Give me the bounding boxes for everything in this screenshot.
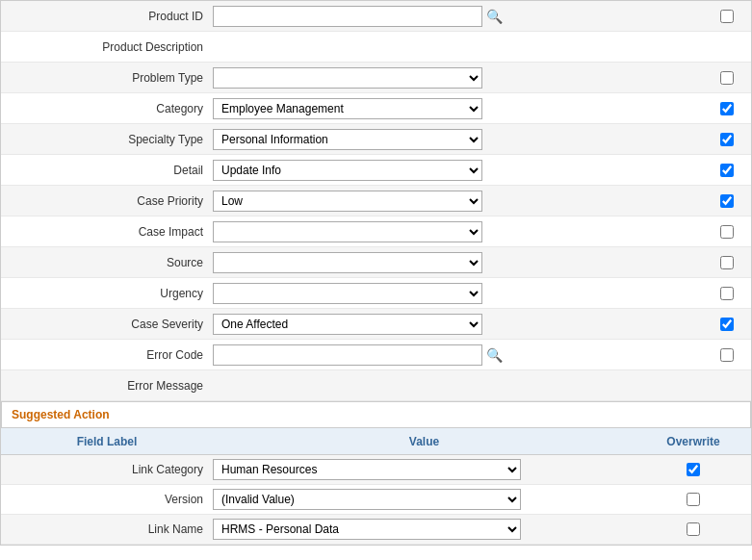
form-row-7: Case ImpactIndividualDepartmentEnterpris… (1, 216, 751, 247)
field-label-6: Case Priority (1, 194, 213, 208)
field-control-10: One AffectedMultiple AffectedAll Affecte… (213, 314, 703, 335)
checkbox-3[interactable] (720, 102, 734, 115)
field-checkbox-7 (703, 225, 751, 239)
form-row-5: DetailUpdate InfoNew EntryDelete (1, 155, 751, 186)
col-header-overwrite: Overwrite (635, 431, 751, 452)
select-3[interactable]: Employee ManagementITFinanceHR (213, 98, 482, 119)
sub-overwrite-2 (635, 522, 751, 536)
field-label-9: Urgency (1, 287, 213, 300)
checkbox-6[interactable] (720, 194, 734, 208)
field-label-7: Case Impact (1, 225, 213, 239)
field-checkbox-10 (703, 318, 751, 331)
select-5[interactable]: Update InfoNew EntryDelete (213, 160, 482, 181)
search-icon-0[interactable]: 🔍 (485, 8, 503, 25)
field-label-4: Specialty Type (1, 133, 213, 146)
table-header-row: Field Label Value Overwrite (1, 428, 751, 455)
field-checkbox-11 (703, 348, 751, 362)
field-label-2: Problem Type (1, 71, 213, 85)
field-control-0: 🔍 (213, 6, 703, 27)
search-icon-11[interactable]: 🔍 (485, 346, 503, 364)
checkbox-2[interactable] (720, 71, 734, 85)
field-label-3: Category (1, 102, 213, 115)
form-row-3: CategoryEmployee ManagementITFinanceHR (1, 93, 751, 124)
checkbox-9[interactable] (720, 287, 734, 300)
sub-label-0: Link Category (1, 463, 213, 476)
form-row-0: Product ID🔍 (1, 1, 751, 32)
field-label-12: Error Message (1, 379, 213, 393)
sub-select-1[interactable]: (Invalid Value)1.02.0 (213, 489, 521, 510)
select-8[interactable]: EmailPhoneWeb (213, 252, 482, 273)
checkbox-8[interactable] (720, 256, 734, 269)
text-input-0[interactable] (213, 6, 482, 27)
section-title-label: Suggested Action (12, 408, 110, 421)
checkbox-0[interactable] (720, 10, 734, 23)
main-form: Product ID🔍Product DescriptionProblem Ty… (0, 0, 752, 546)
field-checkbox-3 (703, 102, 751, 115)
field-checkbox-6 (703, 194, 751, 208)
col-header-value: Value (213, 431, 635, 452)
field-checkbox-8 (703, 256, 751, 269)
field-label-0: Product ID (1, 10, 213, 23)
field-control-2: HardwareSoftwareNetwork (213, 67, 703, 89)
sub-checkbox-0[interactable] (687, 463, 700, 476)
field-control-5: Update InfoNew EntryDelete (213, 160, 703, 181)
select-2[interactable]: HardwareSoftwareNetwork (213, 67, 482, 89)
field-label-10: Case Severity (1, 318, 213, 331)
field-checkbox-0 (703, 10, 751, 23)
field-control-4: Personal InformationBenefitsPayroll (213, 129, 703, 150)
form-row-1: Product Description (1, 32, 751, 63)
sub-control-0: Human ResourcesITFinance (213, 459, 635, 480)
sub-select-0[interactable]: Human ResourcesITFinance (213, 459, 521, 480)
suggested-action-header: Suggested Action (1, 401, 751, 428)
field-label-5: Detail (1, 164, 213, 177)
text-input-11[interactable] (213, 344, 482, 366)
sub-label-1: Version (1, 493, 213, 506)
field-checkbox-5 (703, 164, 751, 177)
field-control-7: IndividualDepartmentEnterprise (213, 221, 703, 242)
field-control-8: EmailPhoneWeb (213, 252, 703, 273)
form-row-9: UrgencyLowMediumHigh (1, 278, 751, 309)
form-row-10: Case SeverityOne AffectedMultiple Affect… (1, 309, 751, 340)
field-checkbox-9 (703, 287, 751, 300)
form-row-12: Error Message (1, 370, 751, 401)
checkbox-4[interactable] (720, 133, 734, 146)
sub-checkbox-2[interactable] (687, 522, 700, 536)
form-row-6: Case PriorityLowMediumHighCritical (1, 186, 751, 216)
field-control-11: 🔍 (213, 344, 703, 366)
checkbox-7[interactable] (720, 225, 734, 239)
select-6[interactable]: LowMediumHighCritical (213, 191, 482, 212)
sub-row-1: Version(Invalid Value)1.02.0 (1, 485, 751, 515)
sub-overwrite-1 (635, 493, 751, 506)
form-rows-container: Product ID🔍Product DescriptionProblem Ty… (1, 1, 751, 401)
select-9[interactable]: LowMediumHigh (213, 283, 482, 304)
form-row-11: Error Code🔍 (1, 340, 751, 370)
field-checkbox-2 (703, 71, 751, 85)
checkbox-5[interactable] (720, 164, 734, 177)
field-label-11: Error Code (1, 348, 213, 362)
form-row-8: SourceEmailPhoneWeb (1, 247, 751, 278)
sub-label-2: Link Name (1, 522, 213, 536)
field-control-6: LowMediumHighCritical (213, 191, 703, 212)
field-checkbox-4 (703, 133, 751, 146)
col-header-field-label: Field Label (1, 431, 213, 452)
select-10[interactable]: One AffectedMultiple AffectedAll Affecte… (213, 314, 482, 335)
select-7[interactable]: IndividualDepartmentEnterprise (213, 221, 482, 242)
sub-row-2: Link NameHRMS - Personal DataHRMS - Bene… (1, 515, 751, 545)
form-row-4: Specialty TypePersonal InformationBenefi… (1, 124, 751, 155)
sub-checkbox-1[interactable] (687, 493, 700, 506)
sub-select-2[interactable]: HRMS - Personal DataHRMS - BenefitsHRMS … (213, 519, 521, 540)
field-label-1: Product Description (1, 40, 213, 54)
sub-row-0: Link CategoryHuman ResourcesITFinance (1, 455, 751, 485)
form-row-2: Problem TypeHardwareSoftwareNetwork (1, 63, 751, 93)
checkbox-11[interactable] (720, 348, 734, 362)
checkbox-10[interactable] (720, 318, 734, 331)
field-control-9: LowMediumHigh (213, 283, 703, 304)
field-label-8: Source (1, 256, 213, 269)
sub-control-1: (Invalid Value)1.02.0 (213, 489, 635, 510)
sub-overwrite-0 (635, 463, 751, 476)
sub-rows-container: Link CategoryHuman ResourcesITFinanceVer… (1, 455, 751, 545)
select-4[interactable]: Personal InformationBenefitsPayroll (213, 129, 482, 150)
sub-control-2: HRMS - Personal DataHRMS - BenefitsHRMS … (213, 519, 635, 540)
field-control-3: Employee ManagementITFinanceHR (213, 98, 703, 119)
